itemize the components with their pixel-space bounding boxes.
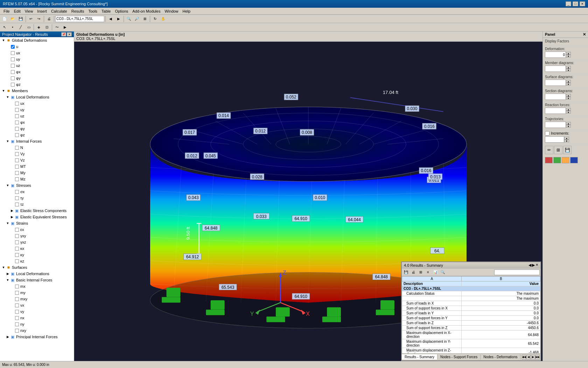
menu-item-edit[interactable]: Edit — [12, 8, 23, 14]
bottom-panel-arrow-right[interactable]: ▶ — [532, 263, 535, 267]
menu-item-add-on-modules[interactable]: Add-on Modules — [130, 8, 162, 14]
reaction-up[interactable]: ▲ — [566, 108, 571, 111]
member-btn[interactable]: ╱ — [17, 24, 24, 31]
increments-input[interactable] — [545, 136, 564, 143]
tree-expand-strains[interactable]: ▼ — [6, 222, 10, 225]
tree-item-Mz[interactable]: Mz — [0, 176, 74, 182]
redo-btn[interactable]: ↪ — [35, 15, 43, 22]
surface-down[interactable]: ▼ — [566, 83, 571, 86]
print-btn[interactable]: 🖨 — [45, 15, 53, 22]
wireframe-btn[interactable]: ⊡ — [43, 24, 51, 31]
tree-item-uy[interactable]: uy — [0, 56, 74, 62]
deform-btn[interactable]: 〜 — [53, 24, 61, 31]
tree-item-uz[interactable]: uz — [0, 62, 74, 69]
trajectories-input[interactable] — [545, 122, 566, 128]
surface-btn[interactable]: ▭ — [25, 24, 33, 31]
tree-item-mx[interactable]: mx — [0, 283, 74, 289]
bottom-panel-close-btn[interactable]: ✕ — [536, 263, 538, 267]
tree-item-m-uy[interactable]: uy — [0, 107, 74, 113]
reaction-forces-input[interactable] — [545, 108, 566, 114]
tree-item-my[interactable]: my — [0, 289, 74, 296]
color-btn-1[interactable] — [545, 157, 553, 163]
tree-expand-local-def[interactable]: ▼ — [6, 95, 10, 99]
tree-item-tauz[interactable]: τz — [0, 201, 74, 207]
tree-item-epsx[interactable]: εx — [0, 226, 74, 233]
tree-item-surfaces[interactable]: ▼■Surfaces — [0, 264, 74, 271]
edit-icon-btn[interactable]: ✏ — [545, 146, 553, 154]
export-icon-btn[interactable]: 💾 — [563, 146, 572, 154]
results-scrollable[interactable]: A B Description Value CO3 - DL+.75LL+.75… — [402, 276, 540, 353]
tree-expand-elastic-stress[interactable]: ▶ — [10, 209, 14, 212]
tree-container[interactable]: ▼■Global Deformationsuuxuyuzφxφyφz▼■Memb… — [0, 37, 74, 361]
tree-item-tauy[interactable]: τy — [0, 195, 74, 201]
tab-first-btn[interactable]: ◀◀ — [522, 355, 526, 360]
color-btn-3[interactable] — [562, 157, 569, 163]
tree-item-nxy[interactable]: nxy — [0, 327, 74, 334]
color-btn-4[interactable] — [570, 157, 578, 163]
tree-expand-elastic-equiv[interactable]: ▶ — [10, 215, 14, 219]
tree-item-Kx[interactable]: κx — [0, 245, 74, 252]
results-col-btn[interactable]: ≡ — [425, 269, 432, 275]
select-btn[interactable]: ↖ — [1, 24, 8, 31]
results-filter-btn[interactable]: ⊞ — [417, 269, 424, 275]
save-btn[interactable]: 💾 — [17, 15, 24, 22]
maximize-btn[interactable]: □ — [573, 1, 578, 6]
results-print-btn[interactable]: 🖨 — [410, 269, 417, 275]
undo-btn[interactable]: ↩ — [27, 15, 35, 22]
section-up[interactable]: ▲ — [566, 94, 571, 97]
tree-item-gamxy[interactable]: γxy — [0, 233, 74, 239]
menu-item-table[interactable]: Table — [99, 8, 113, 14]
tree-item-ux[interactable]: ux — [0, 50, 74, 56]
results-chart-btn[interactable]: 📊 — [432, 269, 439, 275]
section-diagrams-input[interactable] — [545, 94, 566, 100]
menu-item-results[interactable]: Results — [69, 8, 86, 14]
tree-item-m-phix[interactable]: φx — [0, 119, 74, 125]
tree-expand-members[interactable]: ▼ — [1, 89, 6, 93]
menu-item-file[interactable]: File — [1, 8, 12, 14]
menu-item-tools[interactable]: Tools — [86, 8, 99, 14]
tree-item-local-def[interactable]: ▼▣Local Deformations — [0, 94, 74, 100]
tree-expand-s-local-def[interactable]: ▶ — [6, 272, 10, 275]
combo-load[interactable] — [55, 16, 104, 22]
tree-item-Vy[interactable]: Vy — [0, 151, 74, 157]
menu-item-help[interactable]: Help — [181, 8, 193, 14]
tree-item-m-uz[interactable]: uz — [0, 113, 74, 119]
tree-item-vy[interactable]: vy — [0, 308, 74, 315]
node-btn[interactable]: • — [9, 24, 16, 31]
tree-item-m-ux[interactable]: ux — [0, 100, 74, 107]
tree-item-Kz[interactable]: κz — [0, 258, 74, 264]
tree-item-MT[interactable]: MT — [0, 163, 74, 170]
inc-down[interactable]: ▼ — [564, 139, 569, 142]
tree-expand-stresses[interactable]: ▼ — [6, 184, 10, 187]
tree-expand-principal-internal[interactable]: ▶ — [6, 335, 10, 339]
results-zoom-btn[interactable]: 🔍 — [439, 269, 446, 275]
tree-item-ny[interactable]: ny — [0, 321, 74, 327]
deformation-down[interactable]: ▼ — [566, 55, 571, 57]
zoom-all-btn[interactable]: ⊞ — [141, 15, 149, 22]
increments-checkbox[interactable] — [545, 131, 550, 136]
tree-item-members[interactable]: ▼■Members — [0, 88, 74, 94]
traj-up[interactable]: ▲ — [566, 122, 571, 125]
tree-expand-basic-internal[interactable]: ▼ — [6, 278, 10, 282]
color-btn-2[interactable] — [553, 157, 561, 163]
tab-last-btn[interactable]: ▶▶ — [536, 355, 540, 360]
tree-item-Ky[interactable]: κy — [0, 252, 74, 258]
tree-item-m-phiz[interactable]: φz — [0, 132, 74, 138]
tree-item-My[interactable]: My — [0, 170, 74, 176]
tree-item-N[interactable]: N — [0, 144, 74, 151]
traj-down[interactable]: ▼ — [566, 125, 571, 128]
tree-item-s-local-def[interactable]: ▶▣Local Deformations — [0, 271, 74, 277]
tree-item-strains[interactable]: ▼▣Strains — [0, 220, 74, 226]
deformation-input[interactable]: 0 — [545, 52, 566, 58]
menu-item-calculate[interactable]: Calculate — [49, 8, 69, 14]
tree-item-elastic-equiv[interactable]: ▶▣Elastic Equivalent Stresses — [0, 214, 74, 220]
tree-item-mxy[interactable]: mxy — [0, 296, 74, 302]
tree-item-principal-internal[interactable]: ▶▣Principal Internal Forces — [0, 334, 74, 340]
tree-item-global-def[interactable]: ▼■Global Deformations — [0, 37, 74, 43]
tree-item-internal-forces[interactable]: ▼▣Internal Forces — [0, 138, 74, 144]
panel-close-btn[interactable]: ✕ — [67, 32, 72, 36]
tab-nodes-deform[interactable]: Nodes - Deformations — [481, 354, 520, 360]
tab-next-btn[interactable]: ▶ — [531, 355, 535, 360]
menu-item-view[interactable]: View — [23, 8, 35, 14]
menu-item-insert[interactable]: Insert — [35, 8, 49, 14]
